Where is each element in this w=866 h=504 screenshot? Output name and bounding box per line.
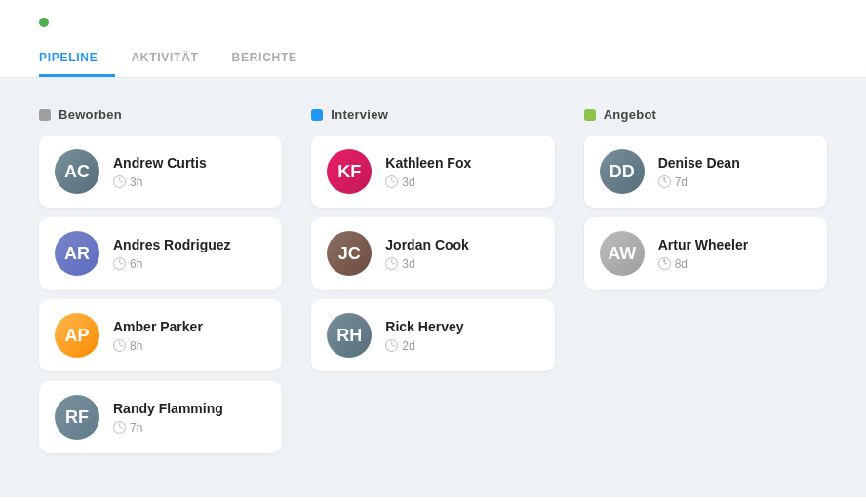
card-time-text: 3d [402,175,414,189]
candidate-name: Denise Dean [658,155,740,171]
clock-icon [385,339,398,352]
card-time-text: 3h [130,175,142,189]
card-time-row: 3d [385,257,469,271]
card-time-text: 8h [130,339,142,353]
card-time-text: 7d [675,175,688,189]
tab-aktivität[interactable]: AKTIVITÄT [131,41,216,77]
candidate-card[interactable]: JCJordan Cook3d [311,217,554,290]
column-title-angebot: Angebot [604,107,657,122]
avatar: AC [55,149,99,194]
candidate-name: Artur Wheeler [658,237,749,252]
avatar: DD [600,149,645,194]
avatar: RH [327,313,372,358]
card-time-row: 3d [385,175,471,189]
column-angebot: AngebotDDDenise Dean7dAWArtur Wheeler8d [584,107,827,299]
card-time-row: 8d [658,257,749,271]
clock-icon [113,421,126,434]
candidate-name: Kathleen Fox [385,155,471,171]
card-info: Artur Wheeler8d [658,237,749,271]
candidate-card[interactable]: ACAndrew Curtis3h [39,136,282,208]
header: PIPELINEAKTIVITÄTBERICHTE [0,0,866,77]
candidate-name: Jordan Cook [385,237,469,252]
avatar: AP [55,313,99,358]
title-row [39,18,827,27]
clock-icon [658,257,671,270]
card-time-row: 7h [113,421,223,435]
avatar: AW [600,231,645,276]
candidate-name: Andres Rodriguez [113,237,231,252]
card-time-row: 2d [385,339,463,353]
candidate-card[interactable]: ARAndres Rodriguez6h [39,217,282,290]
avatar: RF [55,395,99,440]
card-info: Rick Hervey2d [385,319,463,353]
card-time-row: 8h [113,339,203,353]
kanban-columns: BeworbenACAndrew Curtis3hARAndres Rodrig… [39,107,827,463]
clock-icon [658,175,671,188]
card-info: Amber Parker8h [113,319,203,353]
column-title-interview: Interview [331,107,388,122]
candidate-card[interactable]: RHRick Hervey2d [311,299,554,371]
column-header-beworben: Beworben [39,107,282,122]
card-info: Jordan Cook3d [385,237,469,271]
card-time-text: 7h [130,421,142,435]
column-header-angebot: Angebot [584,107,827,122]
column-header-interview: Interview [311,107,554,122]
candidate-card[interactable]: APAmber Parker8h [39,299,282,371]
card-info: Andrew Curtis3h [113,155,207,189]
clock-icon [385,175,398,188]
status-dot [39,18,49,27]
card-time-row: 3h [113,175,207,189]
clock-icon [385,257,398,270]
clock-icon [113,339,126,352]
candidate-name: Andrew Curtis [113,155,207,171]
avatar: JC [327,231,372,276]
card-time-row: 6h [113,257,231,271]
tabs-nav: PIPELINEAKTIVITÄTBERICHTE [39,41,827,77]
card-info: Randy Flamming7h [113,401,223,435]
card-info: Kathleen Fox3d [385,155,471,189]
card-time-text: 3d [402,257,414,271]
card-info: Denise Dean7d [658,155,740,189]
card-time-text: 6h [130,257,142,271]
tab-pipeline[interactable]: PIPELINE [39,41,115,77]
column-title-beworben: Beworben [59,107,122,122]
candidate-name: Rick Hervey [385,319,463,334]
candidate-name: Randy Flamming [113,401,223,416]
card-time-text: 8d [675,257,688,271]
card-time-text: 2d [402,339,414,353]
candidate-card[interactable]: RFRandy Flamming7h [39,381,282,453]
column-dot-interview [311,109,323,121]
column-beworben: BeworbenACAndrew Curtis3hARAndres Rodrig… [39,107,282,463]
candidate-card[interactable]: DDDenise Dean7d [584,136,827,208]
column-dot-angebot [584,109,596,121]
column-dot-beworben [39,109,51,121]
card-time-row: 7d [658,175,740,189]
clock-icon [113,257,126,270]
candidate-card[interactable]: AWArtur Wheeler8d [584,217,827,290]
clock-icon [113,175,126,188]
candidate-name: Amber Parker [113,319,203,334]
column-interview: InterviewKFKathleen Fox3dJCJordan Cook3d… [311,107,554,381]
avatar: AR [55,231,99,276]
candidate-card[interactable]: KFKathleen Fox3d [311,136,554,208]
card-info: Andres Rodriguez6h [113,237,231,271]
tab-berichte[interactable]: BERICHTE [232,41,315,77]
main-content: BeworbenACAndrew Curtis3hARAndres Rodrig… [0,78,866,497]
avatar: KF [327,149,372,194]
